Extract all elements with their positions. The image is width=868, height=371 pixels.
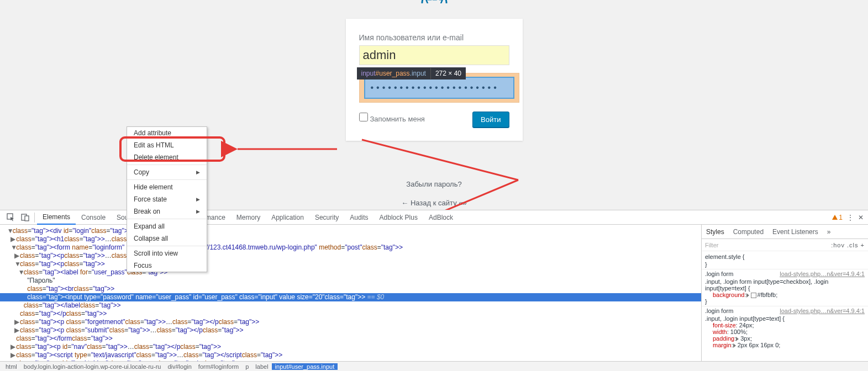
- elements-tree[interactable]: ▼class="tag"><div id="login"class="tag">…: [0, 225, 701, 371]
- elements-tree-line[interactable]: class="tag"><brclass="tag">>: [3, 285, 698, 293]
- elements-tree-line[interactable]: ▼class="tag"><form name="loginform" id="…: [3, 243, 698, 252]
- devtools-settings-icon[interactable]: ⋮: [847, 214, 854, 221]
- breadcrumb-item[interactable]: form#loginform: [195, 363, 242, 370]
- elements-tree-line[interactable]: ▼class="tag"><div id="login"class="tag">…: [3, 227, 698, 235]
- username-label: Имя пользователя или e-mail: [359, 33, 509, 42]
- context-menu-item[interactable]: Scroll into view: [127, 247, 207, 259]
- svg-line-3: [260, 180, 518, 210]
- login-form-box: Имя пользователя или e-mail input#user_p…: [346, 19, 523, 141]
- styles-more-icon[interactable]: »: [823, 225, 835, 239]
- login-submit-button[interactable]: Войти: [472, 112, 509, 128]
- remember-label: Запомнить меня: [370, 115, 424, 123]
- elements-tree-line[interactable]: ▼class="tag"><label for="user_pass"class…: [3, 268, 698, 277]
- elements-breadcrumb[interactable]: htmlbody.login.login-action-login.wp-cor…: [0, 361, 868, 371]
- styles-tab[interactable]: Event Listeners: [768, 225, 823, 239]
- context-menu-item[interactable]: Copy▶: [127, 166, 207, 178]
- svg-line-2: [362, 140, 518, 180]
- devtools-tab[interactable]: Console: [76, 210, 111, 225]
- styles-panel: StylesComputedEvent Listeners» Filter :h…: [701, 225, 868, 371]
- context-menu-item[interactable]: Edit as HTML: [127, 139, 207, 151]
- svg-rect-6: [25, 216, 29, 221]
- warnings-count[interactable]: 1: [832, 214, 843, 221]
- context-menu-item[interactable]: Focus: [127, 259, 207, 272]
- context-menu-item[interactable]: Add attribute: [127, 127, 207, 139]
- elements-tree-line[interactable]: ▶class="tag"><p class="forgetmenot"class…: [3, 318, 698, 326]
- device-toolbar-icon[interactable]: [18, 210, 32, 225]
- context-menu-item[interactable]: Force state▶: [127, 193, 207, 205]
- styles-toggles[interactable]: :hov .cls +: [831, 242, 865, 248]
- context-menu-item[interactable]: Hide element: [127, 181, 207, 193]
- elements-tree-line[interactable]: class="tag"></formclass="tag">>: [3, 335, 698, 343]
- remember-checkbox[interactable]: [359, 113, 368, 121]
- breadcrumb-item[interactable]: input#user_pass.input: [272, 363, 338, 370]
- elements-tree-line[interactable]: ▶class="tag"><p class="submit"class="tag…: [3, 326, 698, 335]
- devtools-tab[interactable]: Memory: [231, 210, 266, 225]
- devtools-tab[interactable]: Adblock Plus: [374, 210, 423, 225]
- breadcrumb-item[interactable]: html: [2, 363, 20, 370]
- styles-tab[interactable]: Styles: [702, 225, 729, 239]
- devtools-tab[interactable]: Application: [266, 210, 309, 225]
- elements-tree-line[interactable]: class="tag"></labelclass="tag">>: [3, 301, 698, 310]
- elements-tree-line[interactable]: ▶class="tag"><p id="nav"class="tag">>…cl…: [3, 343, 698, 351]
- context-menu-item[interactable]: Break on▶: [127, 205, 207, 218]
- forgot-password-link[interactable]: Забыли пароль?: [406, 180, 461, 188]
- breadcrumb-item[interactable]: div#login: [164, 363, 194, 370]
- wordpress-logo: [421, 0, 448, 3]
- password-input[interactable]: ••••••••••••••••••••••: [364, 77, 514, 99]
- back-to-site-link[interactable]: ← Назад к сайту «»: [401, 199, 466, 207]
- breadcrumb-item[interactable]: label: [252, 363, 271, 370]
- elements-tree-line[interactable]: ▶class="tag"><pclass="tag">>…class="tag"…: [3, 252, 698, 260]
- remember-me[interactable]: Запомнить меня: [359, 113, 425, 123]
- devtools-tab[interactable]: Elements: [37, 210, 76, 225]
- username-input[interactable]: [359, 45, 509, 65]
- svg-point-0: [422, 0, 446, 3]
- elements-tree-line[interactable]: class="tag"><input type="password" name=…: [0, 293, 701, 301]
- inspect-element-icon[interactable]: [3, 210, 18, 225]
- inspector-tooltip: input#user_pass.input 272 × 40: [357, 67, 466, 80]
- devtools-tab[interactable]: AdBlock: [423, 210, 459, 225]
- devtools-tab[interactable]: Audits: [344, 210, 373, 225]
- elements-tree-line[interactable]: class="tag"></pclass="tag">>: [3, 310, 698, 318]
- elements-tree-line[interactable]: ▶class="tag"><h1class="tag">>…class="tag…: [3, 235, 698, 243]
- styles-filter-input[interactable]: Filter: [705, 242, 718, 248]
- context-menu: Add attributeEdit as HTMLDelete elementC…: [127, 126, 207, 272]
- elements-tree-line[interactable]: "Пароль": [3, 277, 698, 285]
- breadcrumb-item[interactable]: p: [242, 363, 252, 370]
- context-menu-item[interactable]: Delete element: [127, 151, 207, 163]
- styles-rules[interactable]: element.style { } .login formload-styles…: [702, 251, 868, 371]
- styles-tab[interactable]: Computed: [729, 225, 768, 239]
- elements-tree-line[interactable]: ▼class="tag"><pclass="tag">>: [3, 260, 698, 268]
- breadcrumb-item[interactable]: body.login.login-action-login.wp-core-ui…: [20, 363, 165, 370]
- elements-tree-line[interactable]: ▶class="tag"><script type="text/javascri…: [3, 351, 698, 359]
- context-menu-item[interactable]: Collapse all: [127, 232, 207, 245]
- devtools-tab[interactable]: Security: [309, 210, 344, 225]
- devtools-close-icon[interactable]: ✕: [858, 214, 864, 221]
- context-menu-item[interactable]: Expand all: [127, 220, 207, 232]
